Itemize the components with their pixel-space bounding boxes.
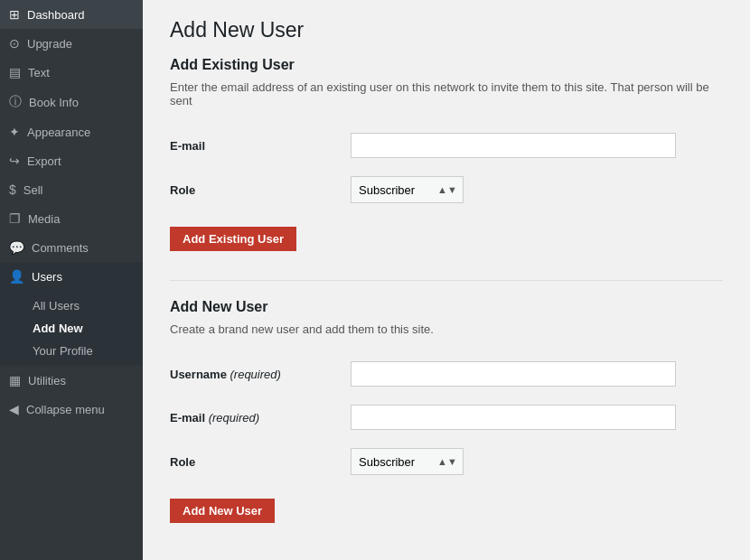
text-icon: ▤ (9, 65, 21, 79)
sidebar-item-label: Appearance (27, 126, 90, 139)
upgrade-icon: ⊙ (9, 36, 20, 51)
add-new-user-button[interactable]: Add New User (170, 499, 275, 523)
sidebar-sub-your-profile[interactable]: Your Profile (0, 340, 143, 362)
existing-email-row: E-mail (170, 124, 723, 167)
existing-role-select[interactable]: Subscriber Administrator Editor Author C… (352, 177, 432, 202)
existing-user-section-title: Add Existing User (170, 57, 723, 73)
sidebar-item-label: Media (28, 212, 60, 226)
new-username-input[interactable] (351, 361, 676, 387)
existing-email-input[interactable] (351, 133, 676, 158)
existing-role-row: Role Subscriber Administrator Editor Aut… (170, 167, 723, 212)
sidebar-item-label: Dashboard (27, 8, 85, 22)
sidebar-item-label: Users (32, 270, 62, 284)
new-role-label: Role (170, 455, 195, 469)
existing-role-label: Role (170, 183, 195, 197)
new-user-section-title: Add New User (170, 299, 723, 315)
sidebar-item-label: Export (27, 154, 61, 168)
page-title: Add New User (170, 18, 723, 42)
sidebar-item-users[interactable]: 👤 Users (0, 262, 143, 291)
sidebar-item-book-info[interactable]: ⓘ Book Info (0, 87, 143, 117)
existing-user-form: E-mail Role Subscriber Administrator Edi… (170, 124, 723, 212)
existing-role-select-wrapper: Subscriber Administrator Editor Author C… (351, 176, 464, 203)
new-username-label: Username (required) (170, 368, 281, 381)
add-existing-user-button[interactable]: Add Existing User (170, 227, 296, 251)
media-icon: ❐ (9, 211, 21, 226)
sidebar-item-dashboard[interactable]: ⊞ Dashboard (0, 0, 143, 29)
collapse-icon: ◀ (9, 402, 19, 416)
sidebar-item-label: Sell (23, 183, 43, 197)
new-email-label: E-mail (required) (170, 411, 259, 425)
sidebar-item-sell[interactable]: $ Sell (0, 175, 143, 204)
new-role-select[interactable]: Subscriber Administrator Editor Author C… (352, 449, 432, 474)
sidebar-item-utilities[interactable]: ▦ Utilities (0, 366, 143, 395)
sidebar-item-upgrade[interactable]: ⊙ Upgrade (0, 29, 143, 58)
export-icon: ↪ (9, 154, 20, 168)
new-email-input[interactable] (351, 405, 676, 430)
sidebar-item-appearance[interactable]: ✦ Appearance (0, 117, 143, 146)
sidebar-item-comments[interactable]: 💬 Comments (0, 233, 143, 262)
sidebar-item-label: Text (28, 66, 50, 79)
new-user-form: Username (required) E-mail (required) Ro… (170, 352, 723, 484)
new-role-select-arrow: ▲▼ (432, 456, 463, 467)
sidebar-item-label: Book Info (29, 96, 79, 109)
sell-icon: $ (9, 182, 16, 197)
sidebar-item-label: Comments (32, 241, 89, 255)
appearance-icon: ✦ (9, 125, 20, 139)
sidebar-item-collapse-menu[interactable]: ◀ Collapse menu (0, 395, 143, 424)
section-divider (170, 280, 723, 281)
new-user-desc: Create a brand new user and add them to … (170, 322, 723, 336)
new-role-row: Role Subscriber Administrator Editor Aut… (170, 439, 723, 484)
utilities-icon: ▦ (9, 373, 21, 387)
sidebar-item-label: Utilities (28, 374, 66, 387)
users-submenu: All Users Add New Your Profile (0, 291, 143, 366)
users-icon: 👤 (9, 269, 24, 284)
existing-user-desc: Enter the email address of an existing u… (170, 80, 723, 107)
sidebar-sub-add-new[interactable]: Add New (0, 317, 143, 340)
new-email-row: E-mail (required) (170, 396, 723, 439)
existing-email-label: E-mail (170, 139, 205, 153)
sidebar: ⊞ Dashboard ⊙ Upgrade ▤ Text ⓘ Book Info… (0, 0, 143, 560)
sidebar-item-text[interactable]: ▤ Text (0, 58, 143, 87)
new-role-select-wrapper: Subscriber Administrator Editor Author C… (351, 448, 464, 475)
comments-icon: 💬 (9, 240, 24, 255)
existing-role-select-arrow: ▲▼ (432, 184, 463, 195)
sidebar-item-media[interactable]: ❐ Media (0, 204, 143, 233)
sidebar-item-label: Collapse menu (26, 403, 105, 416)
dashboard-icon: ⊞ (9, 7, 20, 22)
main-content: Add New User Add Existing User Enter the… (143, 0, 750, 560)
sidebar-item-label: Upgrade (27, 37, 72, 51)
book-info-icon: ⓘ (9, 94, 22, 110)
sidebar-sub-all-users[interactable]: All Users (0, 294, 143, 317)
new-username-row: Username (required) (170, 352, 723, 396)
sidebar-item-export[interactable]: ↪ Export (0, 146, 143, 175)
